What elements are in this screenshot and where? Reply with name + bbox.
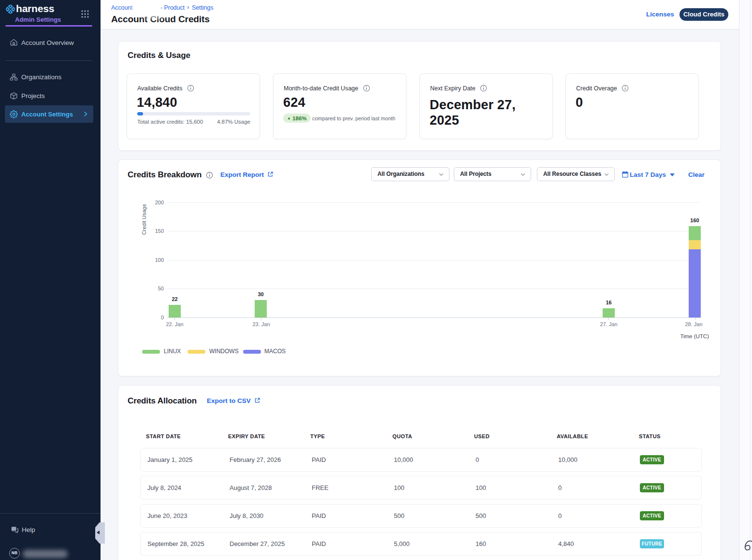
svg-text:?: ? (13, 527, 15, 531)
